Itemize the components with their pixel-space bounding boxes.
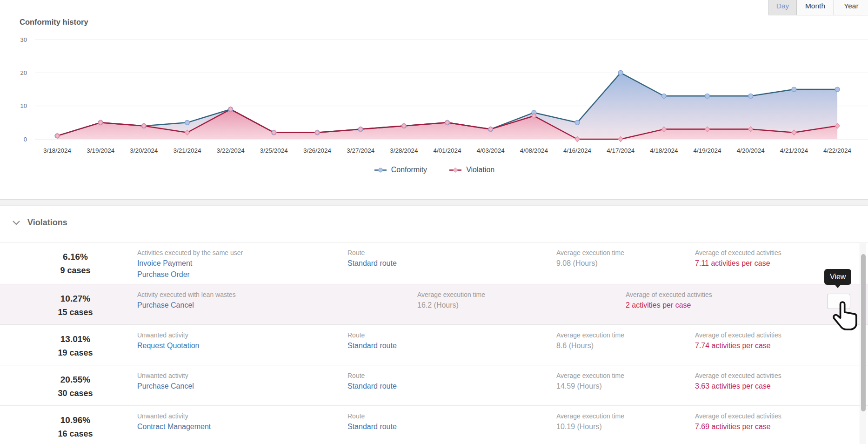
avg-activities-value[interactable]: 7.11 activities per case	[695, 259, 781, 268]
route-link[interactable]: Standard route	[347, 342, 397, 350]
activity-cell: Unwanted activity Contract Management	[137, 412, 211, 431]
route-link[interactable]: Standard route	[347, 382, 397, 390]
view-tooltip: View	[824, 269, 851, 285]
svg-text:3/26/2024: 3/26/2024	[303, 147, 332, 154]
route-label: Route	[347, 412, 397, 420]
activity-link[interactable]: Purchase Order	[137, 270, 243, 279]
activity-link[interactable]: Purchase Cancel	[137, 382, 194, 390]
activity-label: Activities executed by the same user	[137, 249, 243, 256]
svg-text:3/19/2024: 3/19/2024	[87, 147, 115, 154]
avg-activities-value[interactable]: 7.74 activities per case	[695, 342, 781, 350]
avg-exec-label: Average execution time	[556, 412, 624, 420]
avg-exec-label: Average execution time	[556, 249, 624, 256]
table-row: 20.55% 30 cases Unwanted activity Purcha…	[0, 365, 868, 405]
avg-activities-value[interactable]: 2 activities per case	[626, 301, 712, 309]
route-label: Route	[347, 372, 397, 379]
avg-activities-label: Average of executed activities	[695, 331, 781, 339]
route-cell: Route Standard route	[347, 412, 397, 431]
violation-cases: 15 cases	[29, 308, 122, 317]
activity-link[interactable]: Contract Management	[137, 423, 211, 431]
avg-exec-cell: Average execution time 14.59 (Hours)	[556, 372, 624, 390]
avg-activities-cell: Average of executed activities 3.63 acti…	[695, 372, 781, 390]
violation-cases: 19 cases	[29, 348, 122, 358]
svg-text:4/17/2024: 4/17/2024	[607, 147, 635, 154]
activity-cell: Activity executed with lean wastes Purch…	[137, 291, 236, 309]
violation-percent-block: 10.27% 15 cases	[29, 294, 122, 317]
svg-text:4/19/2024: 4/19/2024	[694, 147, 722, 154]
scrollbar-thumb[interactable]	[861, 254, 866, 411]
svg-text:30: 30	[20, 36, 27, 43]
conformity-history-chart: 01020303/18/20243/19/20243/20/20243/21/2…	[0, 28, 868, 163]
table-row: 10.27% 15 cases Activity executed with l…	[0, 284, 868, 324]
svg-text:10: 10	[20, 102, 27, 109]
avg-activities-cell: Average of executed activities 7.11 acti…	[695, 249, 781, 268]
period-tab-group: Day Month Year	[768, 0, 868, 15]
activity-cell: Unwanted activity Request Quotation	[137, 331, 199, 350]
svg-text:4/08/2024: 4/08/2024	[520, 147, 548, 154]
route-link[interactable]: Standard route	[347, 259, 397, 268]
avg-exec-value: 16.2 (Hours)	[417, 301, 485, 309]
route-cell: Route Standard route	[347, 331, 397, 350]
avg-exec-value: 8.6 (Hours)	[556, 342, 624, 350]
violations-section-header[interactable]: Violations	[12, 218, 67, 228]
table-row: 10.96% 16 cases Unwanted activity Contra…	[0, 405, 868, 444]
tab-day[interactable]: Day	[769, 0, 797, 15]
svg-text:3/27/2024: 3/27/2024	[347, 147, 375, 154]
route-label: Route	[347, 331, 397, 339]
svg-text:3/20/2024: 3/20/2024	[130, 147, 158, 154]
chart-title: Conformity history	[20, 18, 88, 27]
avg-activities-value[interactable]: 3.63 activities per case	[695, 382, 781, 390]
avg-activities-value[interactable]: 7.69 activities per case	[695, 423, 781, 431]
violation-cases: 30 cases	[29, 389, 122, 398]
svg-text:4/22/2024: 4/22/2024	[823, 147, 852, 154]
tab-year[interactable]: Year	[834, 0, 868, 15]
violation-percent: 20.55%	[29, 375, 122, 385]
violation-percent-block: 6.16% 9 cases	[29, 252, 122, 276]
svg-text:3/18/2024: 3/18/2024	[43, 147, 72, 154]
violation-legend-marker-icon	[448, 167, 462, 173]
chart-legend: Conformity Violation	[0, 166, 868, 174]
legend-label: Conformity	[391, 166, 427, 174]
svg-text:4/16/2024: 4/16/2024	[563, 147, 592, 154]
activity-link[interactable]: Purchase Cancel	[137, 301, 236, 309]
svg-text:4/03/2024: 4/03/2024	[477, 147, 505, 154]
avg-exec-cell: Average execution time 9.08 (Hours)	[556, 249, 624, 268]
avg-exec-value: 10.19 (Hours)	[556, 423, 624, 431]
violation-cases: 16 cases	[29, 429, 122, 439]
activity-cell: Unwanted activity Purchase Cancel	[137, 372, 194, 390]
avg-activities-cell: Average of executed activities 7.74 acti…	[695, 331, 781, 350]
avg-exec-value: 14.59 (Hours)	[556, 382, 624, 390]
violation-percent: 10.96%	[29, 415, 122, 425]
svg-text:3/22/2024: 3/22/2024	[217, 147, 245, 154]
route-cell: Route Standard route	[347, 249, 397, 268]
activity-label: Activity executed with lean wastes	[137, 291, 236, 298]
activity-label: Unwanted activity	[137, 372, 194, 379]
avg-activities-cell: Average of executed activities 7.69 acti…	[695, 412, 781, 431]
avg-activities-label: Average of executed activities	[626, 291, 712, 298]
violation-percent: 13.01%	[29, 334, 122, 344]
avg-exec-cell: Average execution time 8.6 (Hours)	[556, 331, 624, 350]
avg-activities-label: Average of executed activities	[695, 372, 781, 379]
tab-month[interactable]: Month	[797, 0, 834, 15]
activity-cell: Activities executed by the same user Inv…	[137, 249, 243, 279]
activity-link[interactable]: Request Quotation	[137, 342, 199, 350]
avg-exec-label: Average execution time	[417, 291, 485, 298]
avg-activities-label: Average of executed activities	[695, 412, 781, 420]
violation-percent-block: 20.55% 30 cases	[29, 375, 122, 398]
activity-link[interactable]: Invoice Payment	[137, 259, 243, 268]
svg-text:4/21/2024: 4/21/2024	[780, 147, 808, 154]
route-link[interactable]: Standard route	[347, 423, 397, 431]
route-cell: Route Standard route	[347, 372, 397, 390]
conformity-legend-marker-icon	[374, 167, 387, 173]
vertical-scrollbar[interactable]	[860, 242, 866, 444]
avg-exec-value: 9.08 (Hours)	[556, 259, 624, 268]
violation-percent: 6.16%	[29, 252, 122, 262]
svg-text:20: 20	[20, 69, 27, 76]
legend-label: Violation	[466, 166, 494, 174]
avg-activities-label: Average of executed activities	[695, 249, 781, 256]
svg-text:3/28/2024: 3/28/2024	[390, 147, 418, 154]
avg-exec-label: Average execution time	[556, 331, 624, 339]
legend-item-violation[interactable]: Violation	[448, 166, 494, 174]
legend-item-conformity[interactable]: Conformity	[374, 166, 427, 174]
violation-percent: 10.27%	[29, 294, 122, 304]
